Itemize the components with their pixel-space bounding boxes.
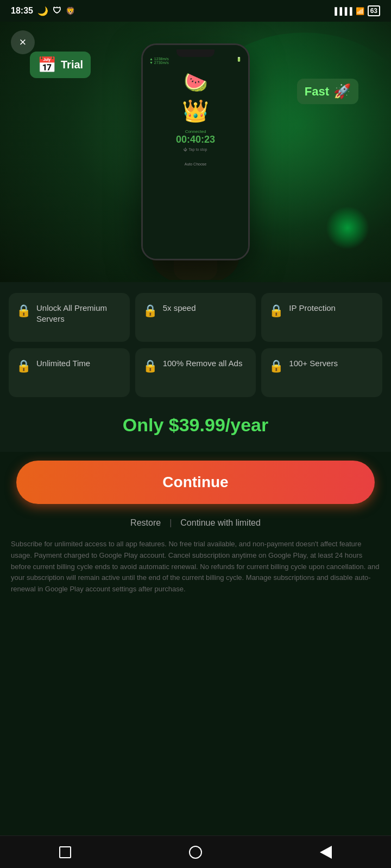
feature-grid-row1: 🔒 Unlock All Premium Servers 🔒 5x speed … <box>9 293 382 342</box>
content-section: 🔒 Unlock All Premium Servers 🔒 5x speed … <box>0 282 391 452</box>
status-time: 18:35 <box>11 6 33 16</box>
continue-section: Continue <box>0 452 391 509</box>
disclaimer-text: Subscribe for unlimited access to all ap… <box>0 533 391 606</box>
nav-home-button[interactable] <box>189 846 202 859</box>
phone-connected-label: Connected <box>185 129 206 134</box>
status-right: ▐▐▐▐ 📶 63 <box>332 5 380 16</box>
continue-button[interactable]: Continue <box>16 461 375 504</box>
wifi-icon: 📶 <box>356 7 364 15</box>
calendar-icon: 📅 <box>37 56 56 74</box>
feature-grid-row2: 🔒 Unlimited Time 🔒 100% Remove all Ads 🔒… <box>9 348 382 397</box>
lock-icon-unlock: 🔒 <box>16 304 31 318</box>
nav-back-button[interactable] <box>59 846 71 858</box>
phone-auto-choose: Auto Choose <box>185 162 206 166</box>
trial-badge: 📅 Trial <box>30 52 91 78</box>
feature-card-time: 🔒 Unlimited Time <box>9 348 130 397</box>
price-text: Only $39.99/year <box>123 414 268 435</box>
restore-link[interactable]: Restore <box>130 518 161 528</box>
nav-recents-button[interactable] <box>320 846 332 859</box>
shield-icon: 🛡 <box>53 6 61 16</box>
feature-card-ads: 🔒 100% Remove all Ads <box>135 348 256 397</box>
price-section: Only $39.99/year <box>9 404 382 441</box>
feature-card-unlock: 🔒 Unlock All Premium Servers <box>9 293 130 342</box>
feature-card-speed: 🔒 5x speed <box>135 293 256 342</box>
feature-card-ip: 🔒 IP Protection <box>261 293 382 342</box>
phone-watermelon: 👑 <box>182 98 209 124</box>
lock-icon-ads: 🔒 <box>143 359 157 373</box>
nav-back-icon <box>320 846 332 859</box>
nav-bar <box>0 835 391 868</box>
phone-app-icon: 🍉 <box>184 71 208 94</box>
lock-icon-servers: 🔒 <box>269 359 283 373</box>
close-button[interactable]: × <box>11 30 35 54</box>
links-row: Restore | Continue with limited <box>0 509 391 533</box>
status-left: 18:35 🌙 🛡 🦁 <box>11 6 75 16</box>
link-divider: | <box>169 518 172 528</box>
feature-card-servers: 🔒 100+ Servers <box>261 348 382 397</box>
lock-icon-time: 🔒 <box>16 359 31 373</box>
rocket-icon: 🚀 <box>333 83 351 100</box>
lock-icon-ip: 🔒 <box>269 304 283 318</box>
phone-screen: ▲ 1238m/s ▼ 2730m/s 🔋 🍉 👑 Connected 00:4… <box>143 45 248 259</box>
continue-limited-link[interactable]: Continue with limited <box>180 518 261 528</box>
lock-icon-speed: 🔒 <box>143 304 157 318</box>
phone-tap-to-stop: ⏻ Tap to stop <box>184 148 207 151</box>
nav-square-icon <box>59 846 71 858</box>
phone-battery-icon: 🔋 <box>236 57 242 65</box>
hero-section: × 📅 Trial Fast 🚀 ▲ 1238m/s ▼ 2730m/s 🔋 🍉… <box>0 22 391 282</box>
nav-circle-icon <box>189 846 202 859</box>
status-bar: 18:35 🌙 🛡 🦁 ▐▐▐▐ 📶 63 <box>0 0 391 22</box>
vpn-icon: 🦁 <box>66 7 75 15</box>
fast-badge: Fast 🚀 <box>297 79 358 104</box>
phone-timer: 00:40:23 <box>176 134 215 145</box>
glow-decoration <box>326 206 369 250</box>
battery-indicator: 63 <box>368 5 380 16</box>
signal-icon: ▐▐▐▐ <box>332 7 352 15</box>
phone-status: ▲ 1238m/s ▼ 2730m/s 🔋 <box>147 57 244 65</box>
sim-icon: 🌙 <box>37 6 48 16</box>
phone-notch <box>176 49 215 57</box>
phone-mockup: ▲ 1238m/s ▼ 2730m/s 🔋 🍉 👑 Connected 00:4… <box>141 43 250 260</box>
